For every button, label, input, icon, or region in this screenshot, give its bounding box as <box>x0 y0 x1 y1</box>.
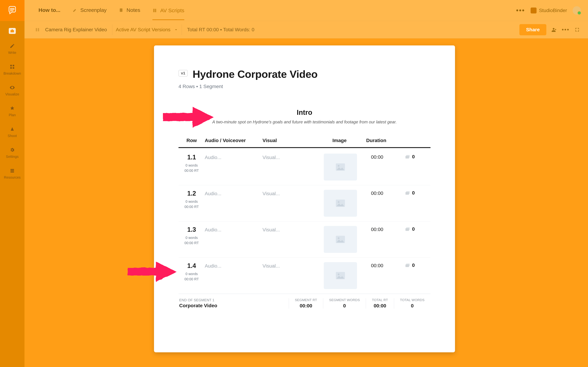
audio-placeholder[interactable]: Audio... <box>205 263 262 269</box>
asset-count[interactable]: 0 <box>394 226 415 232</box>
image-icon <box>336 235 345 243</box>
audio-placeholder[interactable]: Audio... <box>205 155 262 160</box>
svg-point-14 <box>553 28 554 30</box>
table-row[interactable]: 1.3 0 words00:00 RT Audio... Visual... 0… <box>179 221 431 258</box>
stack-icon <box>9 167 16 174</box>
svg-rect-8 <box>10 172 14 173</box>
tab-label: Notes <box>127 7 140 13</box>
sidebar-item-shoot[interactable]: Shoot <box>8 126 17 138</box>
image-thumb[interactable] <box>324 154 357 181</box>
total-rt-value: 00:00 <box>372 303 388 309</box>
svg-rect-9 <box>120 8 122 12</box>
cards-icon <box>405 155 410 159</box>
cards-icon <box>405 227 410 231</box>
row-meta: 0 words00:00 RT <box>179 271 205 282</box>
cone-icon <box>9 126 16 133</box>
grid-icon <box>9 63 16 70</box>
segment-name: Corporate Video <box>179 303 289 309</box>
sidebar-item-label: Breakdown <box>3 71 21 75</box>
svg-rect-26 <box>406 228 409 231</box>
image-icon <box>336 272 345 280</box>
svg-rect-33 <box>127 267 157 275</box>
asset-count[interactable]: 0 <box>394 154 415 159</box>
svg-rect-3 <box>13 65 14 67</box>
user-chip[interactable]: StudioBinder <box>531 8 567 13</box>
total-words-value: 0 <box>400 303 424 309</box>
share-button[interactable]: Share <box>519 24 546 35</box>
tab-label: AV Scripts <box>160 8 184 13</box>
audio-placeholder[interactable]: Audio... <box>205 227 262 233</box>
user-name: StudioBinder <box>539 8 567 13</box>
left-sidebar: Write Breakdown Visualize Plan Shoot Set… <box>0 21 25 367</box>
asset-count[interactable]: 0 <box>394 190 415 196</box>
tab-screenplay[interactable]: Screenplay <box>73 7 107 14</box>
breadcrumb[interactable]: Camera Rig Explainer Video <box>45 27 107 33</box>
more-actions-button[interactable]: ••• <box>562 26 570 33</box>
image-icon <box>336 163 345 171</box>
version-dropdown[interactable]: Active AV Script Versions <box>112 25 182 35</box>
svg-point-24 <box>338 237 339 239</box>
pen-icon <box>9 43 16 49</box>
visual-placeholder[interactable]: Visual... <box>262 263 320 269</box>
table-row[interactable]: 1.1 0 words00:00 RT Audio... Visual... 0… <box>179 149 431 185</box>
image-thumb[interactable] <box>324 226 357 253</box>
duration-cell: 00:00 <box>361 227 394 232</box>
visual-placeholder[interactable]: Visual... <box>262 155 320 160</box>
svg-point-28 <box>338 274 339 275</box>
svg-rect-5 <box>13 67 14 69</box>
pin-icon <box>9 105 16 112</box>
svg-rect-4 <box>10 67 12 69</box>
svg-marker-34 <box>156 261 176 282</box>
svg-rect-13 <box>38 28 39 31</box>
segment-rt-value: 00:00 <box>295 303 317 309</box>
tab-avscripts[interactable]: AV Scripts <box>152 8 184 20</box>
project-stats: Total RT 00:00 • Total Words: 0 <box>187 27 254 33</box>
sidebar-item-settings[interactable]: Settings <box>6 147 18 159</box>
audio-placeholder[interactable]: Audio... <box>205 191 262 196</box>
avatar[interactable] <box>573 6 581 15</box>
chevron-down-icon <box>174 28 178 32</box>
total-rt-label: TOTAL RT <box>372 298 388 302</box>
segment-description: A two-minute spot on Hydrone's goals and… <box>179 119 431 125</box>
segment-rt-label: SEGMENT RT <box>295 298 317 302</box>
tab-notes[interactable]: Notes <box>119 7 140 14</box>
user-plus-button[interactable] <box>550 26 558 33</box>
sidebar-item-visualize[interactable]: Visualize <box>5 84 19 96</box>
asset-count[interactable]: 0 <box>394 262 415 268</box>
visual-placeholder[interactable]: Visual... <box>262 191 320 196</box>
sidebar-item-resources[interactable]: Resources <box>4 167 21 179</box>
image-thumb[interactable] <box>324 190 357 217</box>
notes-icon <box>119 8 123 12</box>
app-logo[interactable] <box>0 0 25 21</box>
total-words-label: TOTAL WORDS <box>400 298 424 302</box>
sidebar-item-breakdown[interactable]: Breakdown <box>3 63 21 75</box>
table-row[interactable]: 1.4 0 words00:00 RT Audio... Visual... 0… <box>179 258 431 294</box>
row-number: 1.3 <box>179 226 205 233</box>
table-header: Row Audio / Voiceover Visual Image Durat… <box>179 138 431 147</box>
expand-button[interactable] <box>573 26 581 33</box>
document-subtitle: 4 Rows • 1 Segment <box>179 84 431 89</box>
row-meta: 0 words00:00 RT <box>179 235 205 246</box>
col-audio: Audio / Voiceover <box>205 138 262 143</box>
more-menu-button[interactable]: ••• <box>516 7 525 14</box>
brand-icon <box>531 8 536 13</box>
sidebar-item-write[interactable]: Write <box>8 43 16 55</box>
table-row[interactable]: 1.2 0 words00:00 RT Audio... Visual... 0… <box>179 185 431 221</box>
document-title: Hydrone Corporate Video <box>192 68 318 80</box>
svg-rect-6 <box>10 169 14 170</box>
image-thumb[interactable] <box>324 262 357 289</box>
col-image: Image <box>320 138 359 143</box>
sidebar-item-label: Shoot <box>8 134 17 138</box>
svg-rect-22 <box>406 192 409 195</box>
cards-icon <box>405 191 410 195</box>
visual-placeholder[interactable]: Visual... <box>262 227 320 233</box>
col-duration: Duration <box>359 138 394 143</box>
end-segment-label: END OF SEGMENT 1 <box>179 298 289 302</box>
sidebar-item-project[interactable] <box>9 28 16 34</box>
sidebar-item-label: Settings <box>6 155 18 159</box>
tab-howto[interactable]: How to... <box>38 7 60 14</box>
svg-point-20 <box>338 201 339 203</box>
eye-icon <box>9 84 16 91</box>
sidebar-item-plan[interactable]: Plan <box>9 105 16 117</box>
top-bar: How to... Screenplay Notes AV Scripts ••… <box>25 0 588 21</box>
